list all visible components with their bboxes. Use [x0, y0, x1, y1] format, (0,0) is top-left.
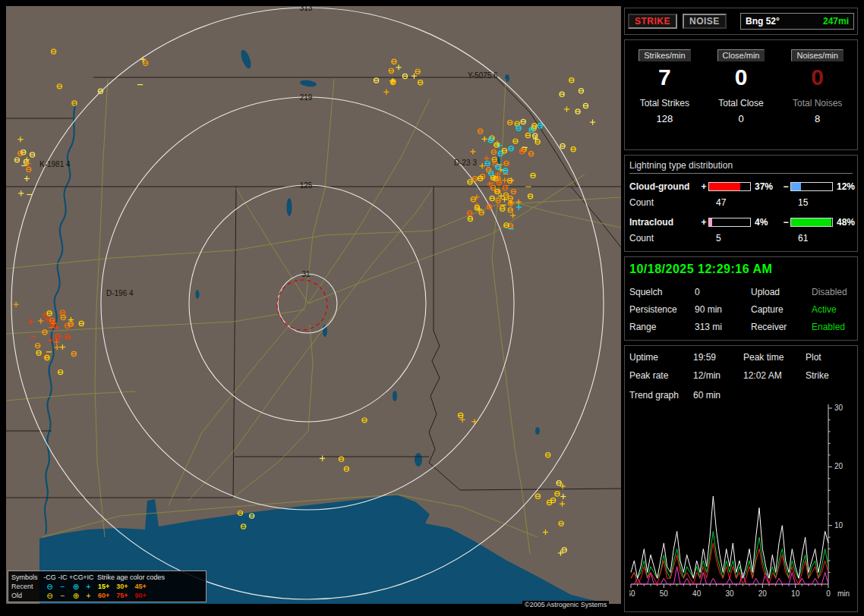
legend-row-recent-label: Recent: [11, 582, 43, 591]
squelch-value: 0: [695, 287, 751, 297]
close-per-min-chip[interactable]: Close/min: [717, 49, 765, 61]
strikes-column: Strikes/min 7 Total Strikes 128: [626, 48, 703, 140]
capture-status: Active: [812, 304, 859, 315]
status-grid: Uptime 19:59 Peak time Plot Peak rate 12…: [629, 352, 853, 381]
minus-sign: −: [781, 181, 790, 192]
peak-time-value: 12:02 AM: [743, 370, 806, 381]
total-close-value: 0: [703, 113, 780, 124]
intracloud-row: Intracloud + 4% − 48%: [629, 217, 853, 228]
total-noises-value: 8: [779, 113, 856, 124]
svg-text:31: 31: [301, 270, 311, 278]
ic-plus-count: 5: [708, 233, 751, 244]
ic-count-label: Count: [629, 233, 699, 244]
neg-cg-old-icon: ⊖: [43, 592, 56, 600]
svg-text:K-1981 4: K-1981 4: [39, 160, 71, 168]
lake: [415, 453, 422, 467]
trend-graph: 1020306050403020100min: [629, 402, 862, 605]
control-panel: STRIKE NOISE Bng 52° 247mi Strikes/min 7…: [624, 8, 858, 616]
noises-per-min-value: 0: [779, 64, 856, 90]
svg-text:20: 20: [834, 462, 844, 470]
lake: [239, 49, 253, 70]
map-legend: Symbols -CG -IC +CG +IC Strike age color…: [8, 570, 207, 602]
trend-window-value: 60 min: [693, 390, 853, 401]
cg-minus-bar: [790, 182, 833, 191]
nexstorm-window: 31321912531 Y-5075 6D-23 3K-1981 4D-196 …: [0, 0, 864, 616]
legend-age-title: Strike age color codes: [94, 573, 203, 582]
svg-text:50: 50: [660, 589, 669, 598]
svg-text:125: 125: [300, 181, 313, 190]
close-per-min-value: 0: [703, 64, 780, 90]
uptime-value: 19:59: [693, 352, 743, 363]
svg-text:30: 30: [834, 404, 844, 412]
cg-plus-bar: [708, 182, 751, 191]
intracloud-count-row: Count 5 61: [629, 233, 853, 244]
persistence-label: Persistence: [629, 304, 695, 315]
svg-text:60: 60: [629, 589, 635, 598]
peak-time-label: Peak time: [743, 352, 806, 363]
svg-text:min: min: [837, 589, 850, 598]
upload-label: Upload: [751, 287, 812, 297]
status-trend-box: Uptime 19:59 Peak time Plot Peak rate 12…: [624, 345, 858, 612]
copyright-text: ©2005 Astrogenic Systems: [522, 601, 609, 608]
noise-mode-button[interactable]: NOISE: [683, 14, 727, 29]
svg-text:D-23 3: D-23 3: [454, 159, 477, 167]
age-45: 45+: [135, 582, 147, 591]
pos-ic-old-icon: +: [83, 592, 94, 600]
plot-value: Strike: [806, 370, 853, 381]
neg-ic-recent-icon: −: [56, 583, 69, 591]
lake: [393, 391, 397, 401]
intracloud-label: Intracloud: [629, 217, 699, 228]
range-value: 313 mi: [695, 322, 751, 332]
geography-layer: [6, 49, 621, 604]
strike-mode-button[interactable]: STRIKE: [628, 14, 677, 29]
legend-col-neg-cg: -CG: [43, 573, 56, 582]
peak-rate-value: 12/min: [693, 370, 743, 381]
age-codes-row-1: 15+ 30+ 45+: [94, 582, 203, 591]
bearing-range-value: 247mi: [823, 16, 849, 27]
cg-plus-count: 47: [708, 197, 751, 208]
lightning-map[interactable]: 31321912531 Y-5075 6D-23 3K-1981 4D-196 …: [6, 6, 621, 604]
persistence-value: 90 min: [695, 304, 751, 315]
cloud-ground-label: Cloud-ground: [629, 181, 699, 192]
strikes-per-min-chip[interactable]: Strikes/min: [639, 49, 690, 61]
total-close-label: Total Close: [703, 98, 780, 108]
age-60: 60+: [98, 591, 109, 600]
neg-cg-recent-icon: ⊖: [43, 583, 56, 591]
svg-text:20: 20: [758, 589, 768, 598]
pos-ic-recent-icon: +: [83, 583, 94, 591]
mode-bar: STRIKE NOISE Bng 52° 247mi: [624, 8, 858, 35]
datetime-settings-box: 10/18/2025 12:29:16 AM Squelch 0 Upload …: [624, 256, 858, 341]
datetime-display: 10/18/2025 12:29:16 AM: [629, 262, 853, 276]
svg-text:10: 10: [834, 521, 844, 530]
age-codes-row-2: 60+ 75+ 90+: [94, 591, 203, 600]
age-15: 15+: [98, 582, 109, 591]
lake: [535, 427, 540, 435]
noises-per-min-chip[interactable]: Noises/min: [791, 49, 843, 61]
total-noises-label: Total Noises: [779, 98, 856, 108]
svg-text:0: 0: [826, 589, 831, 598]
ic-plus-percent: 4%: [751, 217, 781, 228]
age-75: 75+: [116, 591, 128, 600]
svg-text:219: 219: [300, 93, 313, 102]
legend-col-neg-ic: -IC: [56, 573, 69, 582]
noises-column: Noises/min 0 Total Noises 8: [779, 48, 856, 140]
receiver-status: Enabled: [812, 322, 859, 332]
legend-row-old-label: Old: [11, 591, 43, 600]
lake: [196, 290, 200, 299]
squelch-label: Squelch: [629, 287, 695, 297]
range-label: Range: [629, 322, 695, 332]
total-strikes-value: 128: [626, 113, 703, 124]
cg-minus-percent: 12%: [833, 181, 859, 192]
neg-ic-old-icon: −: [56, 592, 69, 600]
svg-text:Y-5075 6: Y-5075 6: [468, 71, 498, 80]
highways: [6, 79, 621, 554]
bearing-display: Bng 52° 247mi: [740, 13, 854, 30]
peak-rate-label: Peak rate: [629, 370, 693, 381]
map-canvas: 31321912531 Y-5075 6D-23 3K-1981 4D-196 …: [6, 6, 621, 604]
distribution-box: Lightning type distribution Cloud-ground…: [624, 155, 858, 252]
legend-col-pos-ic: +IC: [83, 573, 94, 582]
cloud-ground-row: Cloud-ground + 37% − 12%: [629, 181, 853, 192]
ic-minus-count: 61: [790, 233, 833, 244]
plus-sign: +: [699, 181, 708, 192]
uptime-label: Uptime: [629, 352, 693, 363]
